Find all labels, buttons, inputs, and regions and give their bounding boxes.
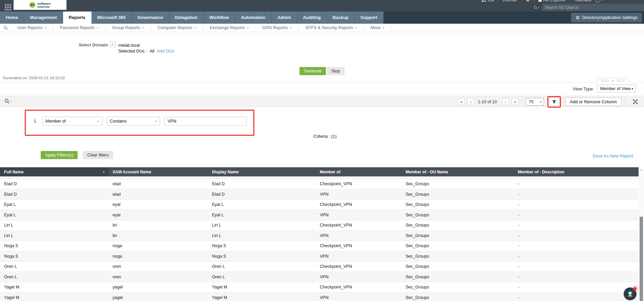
report-menu-item[interactable]: NTFS & Security Reports ▾	[299, 24, 364, 32]
filter-funnel-icon	[552, 100, 557, 104]
scroll-up-icon[interactable]: ▲	[639, 168, 644, 171]
criteria-field-select[interactable]: Member of ∨	[42, 117, 102, 126]
toolbar-right-cluster: « ‹ 1-10 of 10 › » 75 ∨ Add or Remove Co…	[455, 96, 638, 107]
save-as-new-report-link[interactable]: Save As New Report	[592, 153, 633, 158]
domain-checkbox[interactable]: ✓	[110, 41, 116, 47]
cell-display-name: Oren L	[208, 264, 316, 269]
cell-member-of: VPN	[316, 295, 402, 300]
scrollbar-thumb[interactable]	[640, 217, 643, 301]
nav-tab[interactable]: Governance	[132, 12, 169, 24]
page-size-select[interactable]: 75 ∨	[526, 98, 544, 106]
cell-member-of-description: -	[514, 223, 639, 228]
table-row[interactable]: Oren L oren Oren L VPN Sec_Groups -	[0, 272, 639, 282]
table-search-button[interactable]: ▾	[4, 99, 12, 104]
table-row[interactable]: Eyal L eyal Eyal L VPN Sec_Groups -	[0, 210, 639, 220]
pagination-last-button[interactable]: »	[511, 98, 519, 105]
table-row[interactable]: Noga S noga Noga S VPN Sec_Groups -	[0, 251, 639, 262]
talkback-menu[interactable]: TalkBack	[574, 0, 591, 2]
nav-tab[interactable]: Home	[0, 12, 24, 24]
table-row[interactable]: Yagel M yagel Yagel M Checkpoint_VPN Sec…	[0, 282, 639, 293]
view-type-label: View Type	[573, 86, 593, 91]
column-header-display-name[interactable]: Display Name	[208, 167, 316, 176]
criteria-count-text: Criteria : (1)	[313, 134, 337, 139]
report-search-icon[interactable]	[0, 26, 11, 30]
column-header-full-name[interactable]: Full Name ▲	[0, 167, 109, 176]
search-ad-objects-input[interactable]	[542, 4, 644, 11]
collapse-panel-handle[interactable]: ▲	[597, 78, 629, 83]
cell-member-of: VPN	[316, 233, 402, 238]
table-header-row: Full Name ▲ SAM Account Name Display Nam…	[0, 167, 639, 176]
nav-tab[interactable]: Delegation	[169, 12, 203, 24]
table-row[interactable]: Noga S noga Noga S Checkpoint_VPN Sec_Gr…	[0, 241, 639, 252]
report-menu-item[interactable]: More ▾	[364, 24, 391, 32]
cell-member-of-description: -	[514, 243, 639, 248]
criteria-value-input[interactable]	[164, 117, 247, 126]
column-label: Full Name	[4, 170, 23, 174]
selected-ous-value: All	[150, 49, 154, 53]
pagination-next-button[interactable]: ›	[502, 98, 509, 105]
notifications-bell-icon[interactable]	[526, 0, 530, 2]
report-menu-item[interactable]: Exchange Reports ▾	[203, 24, 256, 32]
apply-filters-button[interactable]: Apply Filters(s)	[41, 151, 78, 159]
search-scope-button[interactable]: ▾	[531, 4, 542, 11]
nav-tab[interactable]: Admin	[272, 12, 297, 24]
generate-button[interactable]: Generate	[299, 67, 326, 75]
license-menu[interactable]: License	[502, 0, 517, 2]
add-ous-link[interactable]: Add OUs	[157, 49, 174, 53]
report-menu-item[interactable]: User Reports ▾	[11, 24, 53, 32]
table-row[interactable]: Elad D elad Elad D Checkpoint_VPN Sec_Gr…	[0, 179, 639, 190]
support-chat-bubble[interactable]	[624, 287, 637, 300]
nav-tab[interactable]: Automation	[235, 12, 271, 24]
report-menu-label: More	[371, 25, 380, 30]
table-row[interactable]: Eyal L eyal Eyal L Checkpoint_VPN Sec_Gr…	[0, 200, 639, 210]
add-or-remove-column-button[interactable]: Add or Remove Column	[565, 98, 622, 106]
software-sources-logo[interactable]: softwaresources	[14, 0, 66, 10]
nav-tab[interactable]: Backup	[327, 12, 355, 24]
cell-display-name: Eyal L	[208, 213, 316, 217]
user-icon	[596, 0, 600, 2]
table-row[interactable]: Oren L oren Oren L Checkpoint_VPN Sec_Gr…	[0, 262, 639, 272]
cell-full-name: Oren L	[0, 264, 109, 269]
cell-member-of-description: -	[514, 275, 639, 279]
nav-tab[interactable]: Microsoft 365	[92, 12, 132, 24]
nav-tab[interactable]: Management	[24, 12, 63, 24]
nav-tab[interactable]: Workflow	[203, 12, 235, 24]
cell-display-name: Yagel M	[208, 285, 316, 289]
report-menu-item[interactable]: Password Reports ▾	[53, 24, 105, 32]
table-row[interactable]: Amit Sahar amit Amit Sahar VPN Sec_Group…	[0, 176, 639, 179]
chevron-down-icon: ▾	[247, 26, 249, 29]
nav-tab[interactable]: Support	[355, 12, 384, 24]
directory-application-settings-button[interactable]: ⚙ Directory/Application Settings	[571, 13, 642, 22]
ad-explorer-icon	[539, 0, 542, 2]
table-row[interactable]: Liri L liri Liri L VPN Sec_Groups -	[0, 231, 639, 241]
column-header-member-of-description[interactable]: Member of - Description	[514, 167, 639, 176]
column-header-member-of-ou-name[interactable]: Member of - OU Name	[402, 167, 514, 176]
expand-fullscreen-button[interactable]	[633, 99, 638, 104]
report-menu-item[interactable]: Group Reports ▾	[105, 24, 151, 32]
report-menu-item[interactable]: GPO Reports ▾	[256, 24, 299, 32]
zia-menu[interactable]: Zia	[482, 0, 494, 2]
chevron-down-icon: ▾	[290, 26, 292, 29]
column-header-sam-account-name[interactable]: SAM Account Name	[109, 167, 208, 176]
clear-filters-button[interactable]: Clear filters	[83, 151, 113, 159]
table-row[interactable]: Elad D elad Elad D VPN Sec_Groups -	[0, 189, 639, 200]
table-row[interactable]: Yagel M yagel Yagel M VPN Sec_Groups -	[0, 293, 639, 301]
cell-display-name: Eyal L	[208, 202, 316, 207]
apps-grid-icon[interactable]	[5, 4, 12, 11]
report-menu-item[interactable]: Computer Reports ▾	[151, 24, 203, 32]
nav-tab[interactable]: Reports	[63, 12, 92, 24]
nav-tab[interactable]: Auditing	[297, 12, 327, 24]
stop-button[interactable]: Stop	[327, 67, 345, 75]
topbar-separator	[570, 0, 570, 2]
view-type-dropdown[interactable]: Member of View ▾	[597, 85, 636, 93]
table-row[interactable]: Liri L liri Liri L Checkpoint_VPN Sec_Gr…	[0, 220, 639, 231]
criteria-operator-select[interactable]: Contains ∨	[107, 117, 160, 126]
filter-button[interactable]	[549, 98, 559, 106]
pagination-prev-button[interactable]: ‹	[467, 98, 474, 105]
headset-person-icon	[626, 290, 634, 298]
user-account-menu[interactable]: ▾	[596, 0, 603, 2]
column-header-member-of[interactable]: Member of	[316, 167, 402, 176]
chevron-down-icon: ▾	[355, 26, 357, 29]
pagination-first-button[interactable]: «	[458, 98, 465, 105]
ad-explorer-menu[interactable]: AD Explorer	[539, 0, 566, 2]
